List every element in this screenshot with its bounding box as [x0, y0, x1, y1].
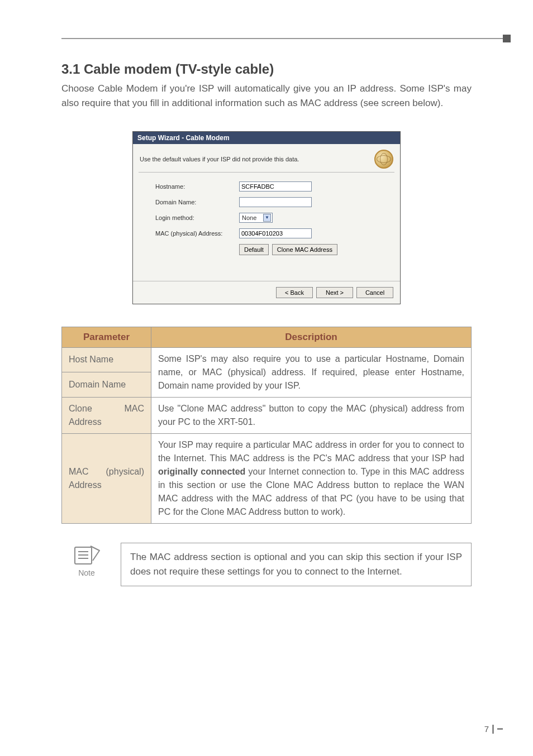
- note-icon-box: Note: [61, 543, 112, 587]
- next-button[interactable]: Next >: [316, 287, 353, 298]
- wizard-subtitle: Use the default values if your ISP did n…: [140, 156, 299, 162]
- page-number: 7: [484, 724, 503, 734]
- table-row: MAC (physical) Address Your ISP may requ…: [62, 433, 472, 523]
- hostname-input[interactable]: [239, 181, 312, 192]
- page-number-tick-icon: [497, 728, 503, 730]
- mac-address-input[interactable]: [239, 228, 312, 238]
- table-row: Clone MAC Address Use "Clone MAC address…: [62, 397, 472, 433]
- param-mac-physical: MAC (physical) Address: [62, 433, 151, 523]
- default-button[interactable]: Default: [239, 244, 269, 255]
- section-heading: 3.1 Cable modem (TV-style cable): [61, 61, 472, 77]
- chevron-down-icon: ▼: [263, 214, 271, 222]
- wizard-title-bar: Setup Wizard - Cable Modem: [133, 132, 400, 144]
- param-host-name: Host Name: [62, 347, 151, 372]
- desc-clone-mac: Use "Clone MAC address" button to copy t…: [151, 397, 472, 433]
- page-number-bar-icon: [492, 725, 494, 734]
- login-method-value: None: [242, 214, 256, 221]
- note-label: Note: [78, 568, 95, 577]
- login-method-label: Login method:: [155, 214, 239, 221]
- login-method-select[interactable]: None ▼: [239, 213, 273, 223]
- header-description: Description: [151, 327, 472, 347]
- setup-wizard-dialog: Setup Wizard - Cable Modem Use the defau…: [132, 131, 401, 304]
- header-parameter: Parameter: [62, 327, 151, 347]
- table-row: Host Name Some ISP's may also require yo…: [62, 347, 472, 372]
- cancel-button[interactable]: Cancel: [356, 287, 393, 298]
- domain-name-input[interactable]: [239, 197, 312, 207]
- desc-host-domain: Some ISP's may also require you to use a…: [151, 347, 472, 397]
- desc-mac-physical: Your ISP may require a particular MAC ad…: [151, 433, 472, 523]
- header-rule: [61, 38, 506, 39]
- note-text: The MAC address section is optional and …: [121, 543, 472, 587]
- note-icon: [72, 543, 102, 567]
- wizard-footer: < Back Next > Cancel: [133, 281, 400, 304]
- clone-mac-button[interactable]: Clone MAC Address: [272, 244, 337, 255]
- hostname-label: Hostname:: [155, 183, 239, 190]
- param-clone-mac: Clone MAC Address: [62, 397, 151, 433]
- page-content: 3.1 Cable modem (TV-style cable) Choose …: [0, 0, 533, 586]
- parameter-table: Parameter Description Host Name Some ISP…: [61, 327, 472, 524]
- globe-icon: [374, 150, 393, 169]
- note-block: Note The MAC address section is optional…: [61, 543, 472, 587]
- table-header-row: Parameter Description: [62, 327, 472, 347]
- wizard-form: Hostname: Domain Name: Login method: Non…: [133, 173, 400, 281]
- back-button[interactable]: < Back: [276, 287, 313, 298]
- domain-name-label: Domain Name:: [155, 199, 239, 205]
- section-intro: Choose Cable Modem if you're ISP will au…: [61, 82, 472, 111]
- param-domain-name: Domain Name: [62, 372, 151, 398]
- header-square-icon: [503, 35, 511, 42]
- mac-address-label: MAC (physical) Address:: [155, 230, 239, 237]
